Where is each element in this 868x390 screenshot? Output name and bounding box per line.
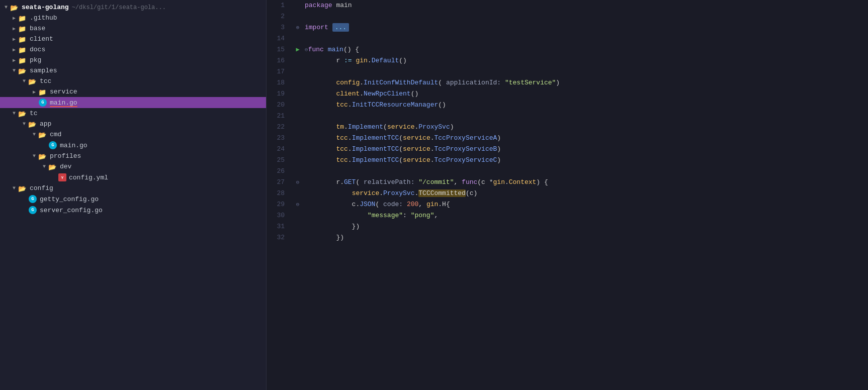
line-num-16: 16: [267, 55, 293, 66]
tcc-arrow[interactable]: [20, 78, 28, 84]
tree-item-github[interactable]: .github: [0, 13, 266, 23]
line-content-17: [303, 66, 868, 77]
service-label: service: [50, 88, 77, 95]
line-num-1: 1: [267, 0, 293, 11]
service-arrow[interactable]: [30, 89, 38, 95]
line-num-29: 29: [267, 199, 293, 210]
code-line-17: 17: [267, 66, 868, 77]
tree-item-profiles[interactable]: profiles: [0, 151, 266, 161]
root-folder-icon: [10, 4, 19, 11]
cmd-arrow[interactable]: [30, 132, 38, 137]
line-content-26: [303, 166, 868, 177]
root-arrow[interactable]: [2, 5, 10, 10]
tree-item-gettyconfig[interactable]: getty_config.go: [0, 193, 266, 205]
code-line-3: 3 ⊕ import ...: [267, 22, 868, 33]
line-content-25: tcc.ImplementTCC(service.TccProxyService…: [303, 155, 868, 166]
tree-item-maingo-tcc[interactable]: main.go: [0, 97, 266, 108]
tree-item-serverconfig[interactable]: server_config.go: [0, 205, 266, 216]
line-content-14: [303, 33, 868, 44]
tree-item-tc[interactable]: tc: [0, 108, 266, 119]
tree-item-tcc[interactable]: tcc: [0, 76, 266, 86]
docs-arrow[interactable]: [10, 47, 18, 53]
line-gutter-29: ⊖: [293, 199, 303, 210]
tree-item-docs[interactable]: docs: [0, 44, 266, 55]
line-content-31: }): [303, 221, 868, 232]
tree-item-cmd[interactable]: cmd: [0, 129, 266, 140]
run-arrow-15[interactable]: ▶: [296, 44, 299, 55]
fold-icon-3[interactable]: ⊕: [296, 22, 300, 33]
fold-icon-29[interactable]: ⊖: [296, 199, 300, 210]
configyml-icon: [58, 173, 66, 181]
config-arrow[interactable]: [10, 185, 18, 191]
base-folder-icon: [18, 25, 27, 32]
line-content-30: "message": "pong",: [303, 210, 868, 221]
code-line-16: 16 r := gin.Default(): [267, 55, 868, 66]
code-line-14: 14: [267, 33, 868, 44]
root-label: seata-golang: [22, 4, 69, 11]
configyml-label: config.yml: [69, 174, 108, 181]
samples-folder-icon: [18, 67, 27, 74]
code-line-19: 19 client.NewRpcClient(): [267, 88, 868, 100]
line-content-19: client.NewRpcClient(): [303, 88, 868, 100]
maingo-tcc-icon: [38, 99, 47, 107]
service-folder-icon: [38, 88, 47, 95]
code-line-20: 20 tcc.InitTCCResourceManager(): [267, 100, 868, 111]
tree-item-service[interactable]: service: [0, 86, 266, 97]
fold-icon-15[interactable]: ⊖: [305, 47, 308, 53]
dev-folder-icon: [48, 163, 57, 170]
tree-item-base[interactable]: base: [0, 23, 266, 34]
serverconfig-icon: [28, 206, 37, 214]
tree-item-maingo-cmd[interactable]: main.go: [0, 140, 266, 151]
line-content-16: r := gin.Default(): [303, 55, 868, 66]
code-lines: 1 package main 2 3 ⊕ import ... 14 15 ▶: [267, 0, 868, 243]
code-line-27: 27 ⊖ r.GET( relativePath: "/commit", fun…: [267, 177, 868, 188]
tcc-folder-icon: [28, 78, 37, 85]
client-arrow[interactable]: [10, 36, 18, 42]
line-content-18: config.InitConfWithDefault( applicationI…: [303, 77, 868, 88]
gettyconfig-icon: [28, 195, 37, 203]
base-label: base: [30, 25, 45, 32]
tc-arrow[interactable]: [10, 111, 18, 116]
tree-root[interactable]: seata-golang ~/dksl/git/1/seata-gola...: [0, 2, 266, 13]
file-tree[interactable]: seata-golang ~/dksl/git/1/seata-gola... …: [0, 0, 267, 390]
tree-item-configyml[interactable]: config.yml: [0, 172, 266, 183]
line-num-14: 14: [267, 33, 293, 44]
code-editor[interactable]: 1 package main 2 3 ⊕ import ... 14 15 ▶: [267, 0, 868, 390]
tree-item-config[interactable]: config: [0, 183, 266, 193]
base-arrow[interactable]: [10, 26, 18, 32]
line-content-32: }): [303, 232, 868, 243]
code-line-22: 22 tm.Implement(service.ProxySvc): [267, 122, 868, 133]
github-arrow[interactable]: [10, 15, 18, 21]
root-path: ~/dksl/git/1/seata-gola...: [72, 4, 166, 11]
code-line-15: 15 ▶ ⊖func main() {: [267, 44, 868, 55]
fold-icon-27[interactable]: ⊖: [296, 177, 300, 188]
dev-arrow[interactable]: [40, 164, 48, 169]
pkg-arrow[interactable]: [10, 57, 18, 63]
tree-item-pkg[interactable]: pkg: [0, 55, 266, 65]
line-num-18: 18: [267, 77, 293, 88]
code-line-26: 26: [267, 166, 868, 177]
dev-label: dev: [60, 163, 71, 170]
client-folder-icon: [18, 36, 27, 43]
line-content-2: [303, 11, 868, 22]
code-line-31: 31 }): [267, 221, 868, 232]
profiles-label: profiles: [50, 152, 81, 160]
profiles-arrow[interactable]: [30, 153, 38, 159]
docs-folder-icon: [18, 46, 27, 53]
line-num-17: 17: [267, 66, 293, 77]
line-num-21: 21: [267, 111, 293, 122]
line-num-15: 15: [267, 44, 293, 55]
samples-arrow[interactable]: [10, 68, 18, 73]
line-num-22: 22: [267, 122, 293, 133]
tc-folder-icon: [18, 110, 27, 117]
tree-item-client[interactable]: client: [0, 34, 266, 44]
code-line-28: 28 service.ProxySvc.TCCCommitted(c): [267, 188, 868, 199]
tree-item-dev[interactable]: dev: [0, 161, 266, 172]
app-arrow[interactable]: [20, 121, 28, 127]
line-num-28: 28: [267, 188, 293, 199]
tcc-label: tcc: [40, 77, 51, 85]
tree-item-samples[interactable]: samples: [0, 65, 266, 76]
cmd-label: cmd: [50, 131, 61, 138]
code-line-2: 2: [267, 11, 868, 22]
tree-item-app[interactable]: app: [0, 119, 266, 129]
